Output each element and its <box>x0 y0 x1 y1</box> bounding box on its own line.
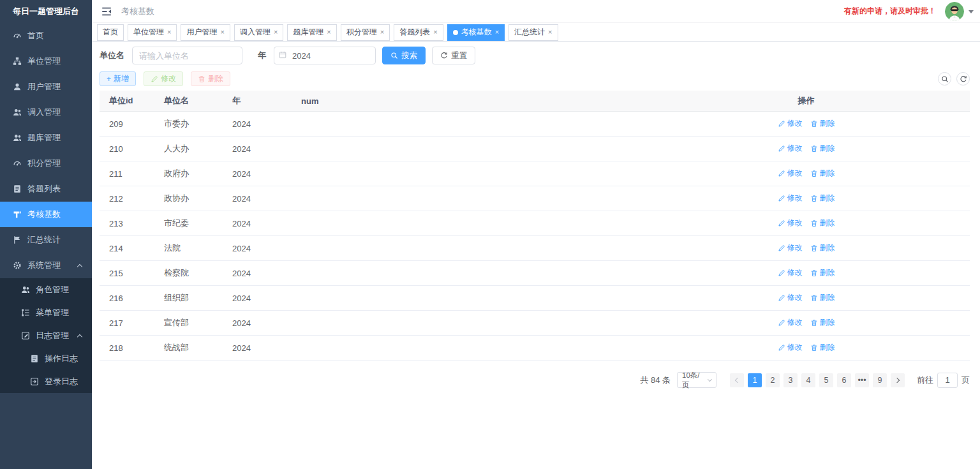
table-row: 210 人大办 2024 修改删除 <box>100 137 970 161</box>
cell-unit-name: 人大办 <box>154 137 223 161</box>
page-button-3[interactable]: 3 <box>783 373 798 387</box>
trash-icon <box>810 195 818 202</box>
tab-points-mgmt[interactable]: 积分管理 × <box>341 24 390 41</box>
next-page-button[interactable] <box>891 373 905 387</box>
tab-label: 答题列表 <box>399 27 430 38</box>
edit-icon <box>778 244 785 252</box>
page-button-4[interactable]: 4 <box>801 373 815 387</box>
add-button[interactable]: + 新增 <box>100 71 136 86</box>
close-icon[interactable]: × <box>380 29 384 36</box>
delete-button[interactable]: 删除 <box>191 71 230 86</box>
row-delete-link[interactable]: 删除 <box>810 292 835 303</box>
row-edit-link[interactable]: 修改 <box>778 267 803 278</box>
sidebar-item-transfer-mgmt[interactable]: 调入管理 <box>0 100 92 125</box>
form-icon <box>21 331 30 340</box>
cell-year: 2024 <box>223 137 292 161</box>
row-delete-link[interactable]: 删除 <box>810 317 835 328</box>
page-button-1[interactable]: 1 <box>748 373 762 387</box>
cell-unit-id: 212 <box>100 186 154 211</box>
tab-unit-mgmt[interactable]: 单位管理 × <box>128 24 177 41</box>
tab-home[interactable]: 首页 <box>97 24 124 41</box>
search-button-label: 搜索 <box>401 50 417 61</box>
main-area: 考核基数 有新的申请，请及时审批！ 首页 单位管理 × <box>92 0 980 469</box>
close-icon[interactable]: × <box>495 29 499 36</box>
sidebar-item-operation-log[interactable]: 操作日志 <box>0 347 92 370</box>
row-delete-link[interactable]: 删除 <box>810 193 835 204</box>
tab-user-mgmt[interactable]: 用户管理 × <box>181 24 230 41</box>
page-size-select[interactable]: 10条/页 <box>677 372 716 388</box>
row-delete-link[interactable]: 删除 <box>810 242 835 253</box>
row-delete-link[interactable]: 删除 <box>810 118 835 129</box>
tab-transfer-mgmt[interactable]: 调入管理 × <box>234 24 283 41</box>
tab-summary-stats[interactable]: 汇总统计 × <box>509 24 558 41</box>
close-icon[interactable]: × <box>548 29 552 36</box>
toggle-search-button[interactable] <box>938 72 951 86</box>
sidebar-item-role-mgmt[interactable]: 角色管理 <box>0 278 92 301</box>
sidebar-item-question-bank[interactable]: 题库管理 <box>0 125 92 151</box>
cell-unit-id: 213 <box>100 211 154 236</box>
sidebar-item-points-mgmt[interactable]: 积分管理 <box>0 151 92 176</box>
row-delete-link[interactable]: 删除 <box>810 267 835 278</box>
row-edit-link[interactable]: 修改 <box>778 193 803 204</box>
edit-button[interactable]: 修改 <box>144 71 183 86</box>
tab-answer-list[interactable]: 答题列表 × <box>394 24 443 41</box>
row-delete-link[interactable]: 删除 <box>810 218 835 228</box>
row-delete-link[interactable]: 删除 <box>810 342 835 353</box>
cell-num <box>292 112 642 137</box>
sidebar-item-label: 题库管理 <box>27 132 61 144</box>
close-icon[interactable]: × <box>167 29 171 36</box>
unit-name-input[interactable] <box>132 47 242 64</box>
sidebar-item-label: 调入管理 <box>27 107 61 118</box>
close-icon[interactable]: × <box>327 29 330 36</box>
sidebar-item-user-mgmt[interactable]: 用户管理 <box>0 74 92 100</box>
page-button-5[interactable]: 5 <box>819 373 833 387</box>
trash-icon <box>810 294 818 302</box>
sidebar-item-system-mgmt[interactable]: 系统管理 <box>0 253 92 278</box>
sidebar-item-assessment-base[interactable]: 考核基数 <box>0 202 92 227</box>
search-button[interactable]: 搜索 <box>382 47 426 64</box>
sidebar-item-menu-mgmt[interactable]: 菜单管理 <box>0 301 92 324</box>
row-delete-link[interactable]: 删除 <box>810 143 835 154</box>
caret-down-icon[interactable] <box>969 10 974 16</box>
row-delete-link[interactable]: 删除 <box>810 168 835 179</box>
close-icon[interactable]: × <box>433 29 437 36</box>
chevron-up-icon <box>77 334 82 339</box>
sidebar-item-unit-mgmt[interactable]: 单位管理 <box>0 48 92 74</box>
goto-page-input[interactable] <box>937 373 958 388</box>
page-button-9[interactable]: 9 <box>873 373 887 387</box>
close-icon[interactable]: × <box>274 29 278 36</box>
page-button-6[interactable]: 6 <box>837 373 851 387</box>
row-edit-link[interactable]: 修改 <box>778 143 803 154</box>
sidebar-item-log-mgmt[interactable]: 日志管理 <box>0 324 92 347</box>
sidebar-item-home[interactable]: 首页 <box>0 23 92 48</box>
table-row: 217 宣传部 2024 修改删除 <box>100 311 970 336</box>
reset-button[interactable]: 重置 <box>432 47 475 64</box>
tree-icon <box>13 57 22 66</box>
page-ellipsis[interactable]: ••• <box>855 373 869 387</box>
tab-assessment-base[interactable]: 考核基数 × <box>447 24 505 41</box>
row-edit-link[interactable]: 修改 <box>778 292 803 303</box>
prev-page-button[interactable] <box>730 373 744 387</box>
close-icon[interactable]: × <box>220 29 224 36</box>
notice-text: 有新的申请，请及时审批！ <box>844 6 936 17</box>
col-unit-name: 单位名 <box>154 91 223 112</box>
page-button-2[interactable]: 2 <box>766 373 780 387</box>
row-edit-link[interactable]: 修改 <box>778 317 803 328</box>
row-edit-link[interactable]: 修改 <box>778 342 803 353</box>
row-edit-link[interactable]: 修改 <box>778 242 803 253</box>
sidebar-item-summary-stats[interactable]: 汇总统计 <box>0 227 92 253</box>
tab-label: 用户管理 <box>186 27 217 38</box>
cell-unit-id: 217 <box>100 311 154 336</box>
sidebar-item-answer-list[interactable]: 答题列表 <box>0 176 92 202</box>
avatar[interactable] <box>945 2 964 21</box>
row-edit-link[interactable]: 修改 <box>778 168 803 179</box>
delete-button-label: 删除 <box>208 73 223 84</box>
table-row: 212 政协办 2024 修改删除 <box>100 186 970 211</box>
sidebar-fold-icon[interactable] <box>101 6 112 17</box>
refresh-table-button[interactable] <box>956 72 970 86</box>
row-edit-link[interactable]: 修改 <box>778 218 803 228</box>
tab-question-bank[interactable]: 题库管理 × <box>287 24 336 41</box>
row-edit-link[interactable]: 修改 <box>778 118 803 129</box>
year-input[interactable] <box>274 47 376 64</box>
sidebar-item-login-log[interactable]: 登录日志 <box>0 370 92 393</box>
